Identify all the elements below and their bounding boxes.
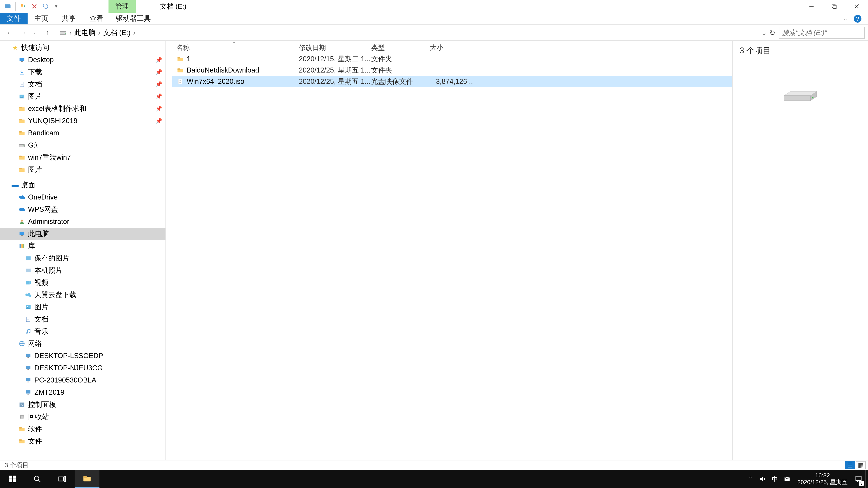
tree-item[interactable]: 库 <box>0 240 165 252</box>
tree-item[interactable]: 天翼云盘下载 <box>0 289 165 301</box>
tree-label: WPS网盘 <box>28 205 58 214</box>
chevron-right-icon[interactable]: › <box>98 29 101 37</box>
navigation-pane[interactable]: ★ 快速访问 Desktop📌下载📌文档📌图片📌excel表格制作求和📌YUNQ… <box>0 41 166 460</box>
tree-item[interactable]: Bandicam <box>0 127 165 139</box>
tree-item[interactable]: 音乐 <box>0 325 165 337</box>
tree-desktop-root[interactable]: ▬ 桌面 <box>0 179 165 191</box>
tree-item[interactable]: G:\ <box>0 139 165 151</box>
tree-item[interactable]: Desktop📌 <box>0 54 165 66</box>
search-input[interactable] <box>779 29 868 37</box>
tree-label: 保存的图片 <box>34 254 69 263</box>
tree-label: 快速访问 <box>21 43 49 53</box>
file-name: 1 <box>187 55 191 63</box>
breadcrumb-current[interactable]: 文档 (E:) <box>102 28 131 37</box>
tree-item[interactable]: 下载📌 <box>0 66 165 78</box>
tree-item[interactable]: 图片📌 <box>0 90 165 103</box>
tree-item[interactable]: 网络 <box>0 337 165 350</box>
tree-item[interactable]: 图片 <box>0 301 165 313</box>
qat-dropdown-icon[interactable]: ▾ <box>52 2 61 11</box>
properties-icon[interactable] <box>19 2 28 11</box>
column-date[interactable]: 修改日期 <box>299 43 371 53</box>
thumbnails-view-button[interactable]: ▦ <box>856 461 866 469</box>
tree-item[interactable]: 此电脑 <box>0 228 165 240</box>
address-dropdown-icon[interactable]: ⌄ <box>761 29 767 37</box>
file-list[interactable]: 名称ˆ 修改日期 类型 大小 12020/12/15, 星期二 1...文件夹B… <box>166 41 733 460</box>
tree-item[interactable]: excel表格制作求和📌 <box>0 103 165 115</box>
tree-item[interactable]: 图片 <box>0 164 165 176</box>
svg-rect-52 <box>28 357 29 358</box>
column-name[interactable]: 名称ˆ <box>172 43 299 53</box>
svg-rect-36 <box>23 244 24 248</box>
expand-ribbon-icon[interactable]: ⌄ <box>841 15 849 23</box>
forward-button[interactable]: → <box>19 28 28 37</box>
volume-icon[interactable] <box>756 470 769 488</box>
action-center-icon[interactable]: 3 <box>852 470 865 488</box>
tree-item[interactable]: DESKTOP-LSSOEDP <box>0 350 165 362</box>
svg-rect-0 <box>5 4 11 8</box>
tree-item[interactable]: win7重装win7 <box>0 151 165 164</box>
tree-quick-access[interactable]: ★ 快速访问 <box>0 41 165 54</box>
help-icon[interactable]: ? <box>854 15 862 23</box>
tree-item[interactable]: 本机照片 <box>0 264 165 276</box>
tab-share[interactable]: 共享 <box>55 13 83 24</box>
context-tab-manage[interactable]: 管理 <box>108 0 135 13</box>
tree-item[interactable]: PC-20190530OBLA <box>0 374 165 386</box>
taskbar-clock[interactable]: 16:32 2020/12/25, 星期五 <box>793 472 852 486</box>
tab-file[interactable]: 文件 <box>0 13 28 24</box>
delete-icon[interactable] <box>30 2 39 11</box>
svg-rect-59 <box>20 402 24 407</box>
file-row[interactable]: Win7x64_2020.iso2020/12/25, 星期五 1...光盘映像… <box>172 76 733 87</box>
tree-item[interactable]: 回收站 <box>0 411 165 423</box>
tree-label: 音乐 <box>34 327 49 336</box>
tab-view[interactable]: 查看 <box>83 13 110 24</box>
task-view-button[interactable] <box>50 470 74 488</box>
start-button[interactable] <box>0 470 25 488</box>
security-icon[interactable] <box>781 470 793 488</box>
search-box[interactable]: 🔍 <box>779 27 865 39</box>
tray-overflow-icon[interactable]: ˆ <box>744 470 756 488</box>
maximize-button[interactable] <box>823 0 845 13</box>
file-row[interactable]: 12020/12/15, 星期二 1...文件夹 <box>172 53 733 65</box>
back-button[interactable]: ← <box>5 28 14 37</box>
show-desktop-button[interactable] <box>865 470 868 488</box>
app-icon[interactable] <box>3 2 12 11</box>
tree-item[interactable]: DESKTOP-NJEU3CG <box>0 362 165 374</box>
search-button[interactable] <box>25 470 50 488</box>
minimize-button[interactable] <box>800 0 823 13</box>
file-row[interactable]: BaiduNetdiskDownload2020/12/25, 星期五 1...… <box>172 65 733 76</box>
breadcrumb-this-pc[interactable]: 此电脑 <box>73 28 96 37</box>
file-explorer-taskbar-button[interactable] <box>74 470 99 488</box>
tree-item[interactable]: 文档📌 <box>0 78 165 90</box>
details-view-button[interactable]: ☰ <box>845 461 855 469</box>
tree-item[interactable]: WPS网盘 <box>0 203 165 216</box>
svg-rect-70 <box>178 68 180 70</box>
tab-home[interactable]: 主页 <box>28 13 55 24</box>
up-button[interactable]: ↑ <box>43 28 52 37</box>
tree-item[interactable]: OneDrive <box>0 191 165 203</box>
chevron-right-icon[interactable]: › <box>133 29 136 37</box>
undo-icon[interactable] <box>41 2 50 11</box>
history-dropdown-icon[interactable]: ⌄ <box>33 30 37 35</box>
svg-rect-78 <box>13 476 16 479</box>
tree-item[interactable]: YUNQISHI2019📌 <box>0 115 165 127</box>
svg-rect-39 <box>26 281 30 285</box>
column-size[interactable]: 大小 <box>430 43 480 53</box>
column-type[interactable]: 类型 <box>371 43 430 53</box>
tree-item[interactable]: 文件 <box>0 435 165 447</box>
breadcrumb[interactable]: › 此电脑 › 文档 (E:) › <box>59 28 865 37</box>
tree-item[interactable]: ZMT2019 <box>0 386 165 398</box>
close-button[interactable] <box>845 0 868 13</box>
tree-item[interactable]: 保存的图片 <box>0 252 165 264</box>
tree-item[interactable]: 控制面板 <box>0 398 165 411</box>
svg-rect-22 <box>19 119 22 121</box>
tree-item[interactable]: 软件 <box>0 423 165 435</box>
folder-icon <box>18 425 26 433</box>
tree-item[interactable]: 视频 <box>0 276 165 289</box>
refresh-icon[interactable]: ↻ <box>770 29 775 37</box>
tree-item[interactable]: Administrator <box>0 216 165 228</box>
ime-indicator[interactable]: 中 <box>769 470 781 488</box>
tree-item[interactable]: 文档 <box>0 313 165 325</box>
chevron-right-icon[interactable]: › <box>69 29 72 37</box>
tab-drive-tools[interactable]: 驱动器工具 <box>110 13 156 24</box>
folder-icon <box>176 55 184 63</box>
